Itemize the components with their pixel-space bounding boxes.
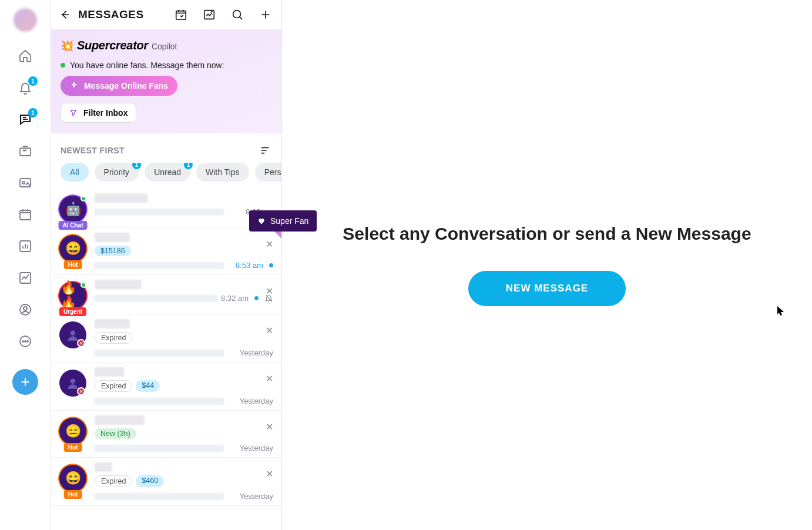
svg-point-14 <box>233 11 241 18</box>
svg-point-15 <box>71 330 76 336</box>
message-preview <box>95 445 224 452</box>
conversation-time: 8:53 am <box>236 261 263 270</box>
conversation-row[interactable]: ✕Expired$44Yesterday✕ <box>51 363 281 411</box>
message-preview <box>95 398 224 405</box>
back-icon[interactable] <box>58 8 71 21</box>
svg-rect-1 <box>20 179 31 187</box>
dismiss-icon[interactable]: ✕ <box>266 286 273 297</box>
online-indicator-icon <box>80 282 86 288</box>
avatar-status-label: Hot <box>64 443 82 452</box>
svg-rect-3 <box>20 210 31 220</box>
sort-row: NEWEST FIRST <box>51 133 281 163</box>
conversation-row[interactable]: 🤖AI Chat9:05 am <box>51 189 281 228</box>
dismiss-icon[interactable]: ✕ <box>266 239 273 250</box>
svg-point-16 <box>71 378 76 384</box>
message-preview <box>95 262 224 269</box>
media-icon[interactable] <box>203 8 216 21</box>
pill-all[interactable]: All <box>61 163 89 182</box>
conversation-name <box>95 193 147 203</box>
dismiss-icon[interactable]: ✕ <box>266 325 273 336</box>
conversation-avatar: 🤖AI Chat <box>59 196 86 223</box>
conversation-row[interactable]: 🔥🔥Urgent8:32 am✕ <box>51 275 281 314</box>
online-fans-notice: You have online fans. Message them now: <box>61 61 272 70</box>
chip: Expired <box>95 332 132 344</box>
sort-label: NEWEST FIRST <box>61 146 125 155</box>
conversation-name <box>95 462 112 472</box>
svg-point-11 <box>27 341 28 342</box>
conversation-row[interactable]: 😄Hot$151868:53 am✕ <box>51 228 281 275</box>
dismiss-icon[interactable]: ✕ <box>266 421 273 432</box>
messages-panel: MESSAGES 💥 Supercreator Copilot You have… <box>51 0 282 530</box>
online-fans-text: You have online fans. Message them now: <box>70 61 224 70</box>
conversation-avatar: 😑Hot <box>59 418 86 445</box>
filter-inbox-label: Filter Inbox <box>83 108 127 118</box>
filter-inbox-button[interactable]: Filter Inbox <box>61 103 136 123</box>
insights-icon[interactable] <box>18 270 33 286</box>
left-nav-rail: 1 1 <box>0 0 51 530</box>
conversation-avatar: ✕ <box>59 370 86 397</box>
user-avatar[interactable] <box>14 8 37 32</box>
conversation-name <box>95 233 130 242</box>
schedule-icon[interactable] <box>175 8 187 21</box>
message-preview <box>95 493 224 500</box>
conversation-row[interactable]: 😑HotNew (3h)Yesterday✕ <box>51 411 281 458</box>
unread-dot-icon <box>254 296 259 300</box>
cursor-icon <box>777 306 785 316</box>
more-icon[interactable] <box>18 334 33 349</box>
chip: $44 <box>136 380 160 392</box>
svg-point-10 <box>25 341 26 342</box>
new-post-button[interactable] <box>12 369 38 395</box>
message-online-fans-button[interactable]: Message Online Fans <box>61 76 177 96</box>
profile-icon[interactable] <box>18 302 33 317</box>
empty-state-title: Select any Conversation or send a New Me… <box>343 224 751 244</box>
messages-badge: 1 <box>28 108 38 118</box>
conversation-list[interactable]: 🤖AI Chat9:05 am😄Hot$151868:53 am✕🔥🔥Urgen… <box>51 189 281 530</box>
collections-icon[interactable] <box>18 143 33 159</box>
chip: $15186 <box>95 246 131 256</box>
expired-badge-icon: ✕ <box>77 387 85 395</box>
chip: $460 <box>136 475 164 487</box>
notifications-badge: 1 <box>28 76 38 86</box>
dismiss-icon[interactable]: ✕ <box>266 373 273 384</box>
conversation-name <box>95 280 142 289</box>
pill-priority[interactable]: Priority 1 <box>95 163 139 182</box>
notifications-icon[interactable]: 1 <box>18 80 33 95</box>
unread-dot-icon <box>269 263 273 267</box>
conversation-avatar: 😄Hot <box>59 235 86 262</box>
chip: New (3h) <box>95 428 136 439</box>
chip: Expired <box>95 475 132 487</box>
filter-pills: All Priority 1 Unread 1 With Tips Person… <box>51 163 281 189</box>
conversation-row[interactable]: 😄HotExpired$460Yesterday✕ <box>51 458 281 506</box>
online-dot-icon <box>61 63 65 68</box>
conversation-time: Yesterday <box>240 444 273 452</box>
copilot-brand: 💥 Supercreator Copilot <box>61 39 272 52</box>
search-icon[interactable] <box>231 8 244 21</box>
main-content: Select any Conversation or send a New Me… <box>282 0 812 530</box>
calendar-icon[interactable] <box>18 207 33 222</box>
sparkle-icon: 💥 <box>61 39 73 52</box>
conversation-avatar: 🔥🔥Urgent <box>59 282 86 309</box>
svg-point-2 <box>22 182 25 184</box>
home-icon[interactable] <box>18 48 33 63</box>
stats-icon[interactable] <box>18 239 33 254</box>
sort-icon[interactable] <box>259 144 272 157</box>
avatar-status-label: Hot <box>64 490 82 499</box>
conversation-time: Yesterday <box>240 348 273 357</box>
unread-badge: 1 <box>184 163 193 169</box>
message-online-fans-label: Message Online Fans <box>84 81 168 90</box>
conversation-avatar: ✕ <box>59 321 86 348</box>
online-indicator-icon <box>80 196 86 202</box>
conversation-name <box>95 367 124 377</box>
message-preview <box>95 295 217 302</box>
page-title: MESSAGES <box>78 8 144 21</box>
dismiss-icon[interactable]: ✕ <box>266 468 273 479</box>
conversation-time: 8:32 am <box>221 294 249 303</box>
pill-unread[interactable]: Unread 1 <box>145 163 190 182</box>
pill-with-tips[interactable]: With Tips <box>196 163 249 182</box>
vault-icon[interactable] <box>18 175 33 190</box>
pill-personalized[interactable]: Personalized <box>255 163 281 182</box>
new-message-button[interactable]: NEW MESSAGE <box>468 271 626 306</box>
compose-icon[interactable] <box>259 8 272 21</box>
messages-icon[interactable]: 1 <box>18 112 33 127</box>
conversation-row[interactable]: ✕ExpiredYesterday✕ <box>51 314 281 363</box>
